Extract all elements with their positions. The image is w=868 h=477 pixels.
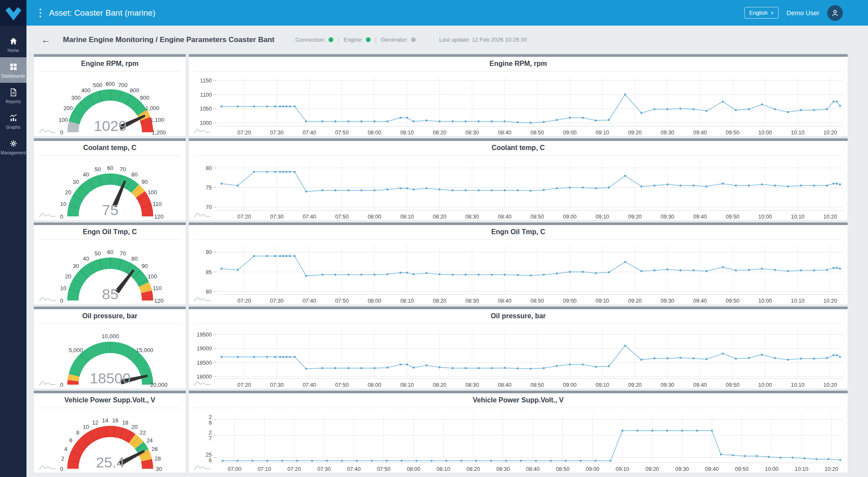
- gauge-title: Oil pressure, bar: [34, 312, 186, 320]
- svg-text:08:10: 08:10: [400, 382, 414, 388]
- svg-text:28: 28: [209, 414, 212, 426]
- sparkline-toggle-icon[interactable]: [38, 295, 57, 303]
- svg-text:1150: 1150: [200, 78, 212, 84]
- svg-text:08:30: 08:30: [465, 382, 479, 388]
- svg-text:08:50: 08:50: [530, 130, 544, 136]
- svg-text:1050: 1050: [200, 106, 212, 112]
- language-selector[interactable]: English ∨: [744, 7, 779, 19]
- svg-text:07:30: 07:30: [317, 466, 331, 472]
- svg-text:15,000: 15,000: [136, 347, 153, 353]
- svg-text:09:10: 09:10: [595, 382, 609, 388]
- svg-text:1029: 1029: [94, 118, 127, 134]
- chart-title: Oil pressure, bar: [189, 312, 848, 320]
- svg-text:90: 90: [141, 263, 148, 269]
- status-dot: [329, 37, 333, 42]
- svg-text:09:20: 09:20: [628, 214, 641, 220]
- svg-text:09:50: 09:50: [726, 382, 739, 388]
- gauge-title: Vehicle Power Supp.Volt., V: [34, 396, 186, 404]
- svg-text:70: 70: [120, 250, 126, 257]
- trend-chart[interactable]: 07:2007:3007:4007:5008:0008:1008:2008:30…: [189, 241, 848, 305]
- svg-text:110: 110: [153, 201, 162, 207]
- svg-text:0: 0: [60, 129, 63, 136]
- svg-text:07:30: 07:30: [270, 298, 283, 304]
- dashboards-icon: [9, 62, 18, 72]
- sparkline-toggle-icon[interactable]: [193, 463, 212, 471]
- svg-text:700: 700: [118, 82, 128, 88]
- app-logo[interactable]: [0, 0, 26, 26]
- sidebar-item-reports[interactable]: Reports: [0, 83, 26, 108]
- svg-text:08:10: 08:10: [400, 298, 414, 304]
- svg-text:07:10: 07:10: [257, 466, 271, 472]
- trend-chart[interactable]: 07:2007:3007:4007:5008:0008:1008:2008:30…: [189, 72, 848, 137]
- language-label: English: [749, 10, 768, 16]
- svg-text:30: 30: [73, 263, 79, 269]
- svg-text:09:40: 09:40: [693, 130, 707, 136]
- card-top-strip: [34, 54, 186, 57]
- svg-text:07:20: 07:20: [237, 130, 251, 136]
- svg-text:50: 50: [95, 250, 101, 257]
- reports-icon: [9, 88, 18, 97]
- svg-text:30: 30: [73, 179, 79, 185]
- sparkline-toggle-icon[interactable]: [193, 295, 212, 303]
- svg-text:2: 2: [61, 455, 64, 462]
- sparkline-toggle-icon[interactable]: [38, 211, 57, 219]
- svg-text:900: 900: [140, 95, 149, 101]
- svg-text:100: 100: [148, 273, 157, 280]
- gear-icon: [9, 139, 18, 148]
- svg-text:20,000: 20,000: [150, 382, 168, 388]
- svg-text:90: 90: [206, 249, 212, 255]
- svg-text:4: 4: [64, 446, 67, 452]
- status-dot: [366, 37, 371, 42]
- sidebar-item-graphs[interactable]: Graphs: [0, 108, 26, 134]
- gauge-title: Engn Oil Tmp, C: [34, 228, 186, 236]
- svg-text:09:00: 09:00: [563, 214, 576, 220]
- svg-text:1,000: 1,000: [145, 105, 160, 111]
- card-top-strip: [189, 307, 848, 309]
- chart-title: Vehicle Power Supp.Volt., V: [189, 396, 848, 404]
- avatar[interactable]: [827, 5, 843, 21]
- trend-chart[interactable]: 07:0007:1007:2007:3007:4007:5008:0008:10…: [189, 409, 848, 473]
- back-button[interactable]: ←: [41, 34, 51, 46]
- svg-text:09:20: 09:20: [628, 298, 641, 304]
- card-top-strip: [34, 222, 186, 225]
- sidebar-item-management[interactable]: Management: [0, 134, 26, 160]
- svg-text:08:50: 08:50: [530, 298, 544, 304]
- svg-text:400: 400: [81, 87, 91, 94]
- sparkline-toggle-icon[interactable]: [193, 127, 212, 134]
- sparkline-toggle-icon[interactable]: [38, 463, 57, 471]
- trend-chart[interactable]: 07:2007:3007:4007:5008:0008:1008:2008:30…: [189, 157, 848, 221]
- svg-text:10:00: 10:00: [765, 466, 778, 472]
- svg-text:120: 120: [154, 213, 164, 220]
- sidebar-item-dashboards[interactable]: Dashboards: [0, 57, 26, 83]
- svg-text:09:20: 09:20: [628, 130, 641, 136]
- sidebar-item-home[interactable]: Home: [0, 32, 26, 57]
- svg-text:08:50: 08:50: [530, 214, 544, 220]
- svg-text:10:00: 10:00: [758, 214, 772, 220]
- svg-text:07:40: 07:40: [302, 298, 316, 304]
- svg-text:09:30: 09:30: [661, 130, 674, 136]
- breadcrumb: Marine Engine Monitoring / Engine Parame…: [63, 36, 274, 44]
- status-generator: Generator:: [381, 36, 416, 43]
- svg-text:08:40: 08:40: [526, 466, 539, 472]
- svg-text:09:40: 09:40: [693, 214, 707, 220]
- sparkline-toggle-icon[interactable]: [193, 379, 212, 387]
- svg-text:20: 20: [65, 189, 71, 196]
- svg-text:26: 26: [151, 446, 158, 452]
- svg-text:10,000: 10,000: [102, 333, 119, 340]
- svg-text:09:40: 09:40: [705, 466, 719, 472]
- graphs-icon: [9, 113, 18, 123]
- sparkline-toggle-icon[interactable]: [38, 127, 57, 134]
- sparkline-toggle-icon[interactable]: [193, 211, 212, 219]
- gauge-card-vehicle-power-supply-voltage: Vehicle Power Supp.Volt., V0246810121416…: [33, 391, 186, 473]
- svg-text:08:50: 08:50: [530, 382, 544, 388]
- kebab-menu-icon[interactable]: [39, 9, 41, 17]
- svg-text:09:30: 09:30: [661, 214, 674, 220]
- svg-text:40: 40: [83, 255, 89, 262]
- sub-header: ← Marine Engine Monitoring / Engine Para…: [26, 26, 868, 54]
- svg-text:110: 110: [153, 285, 162, 291]
- sparkline-toggle-icon[interactable]: [38, 379, 57, 387]
- svg-text:50: 50: [95, 166, 101, 173]
- svg-text:10:10: 10:10: [791, 298, 804, 304]
- svg-text:08:00: 08:00: [368, 130, 381, 136]
- trend-chart[interactable]: 07:2007:3007:4007:5008:0008:1008:2008:30…: [189, 325, 848, 389]
